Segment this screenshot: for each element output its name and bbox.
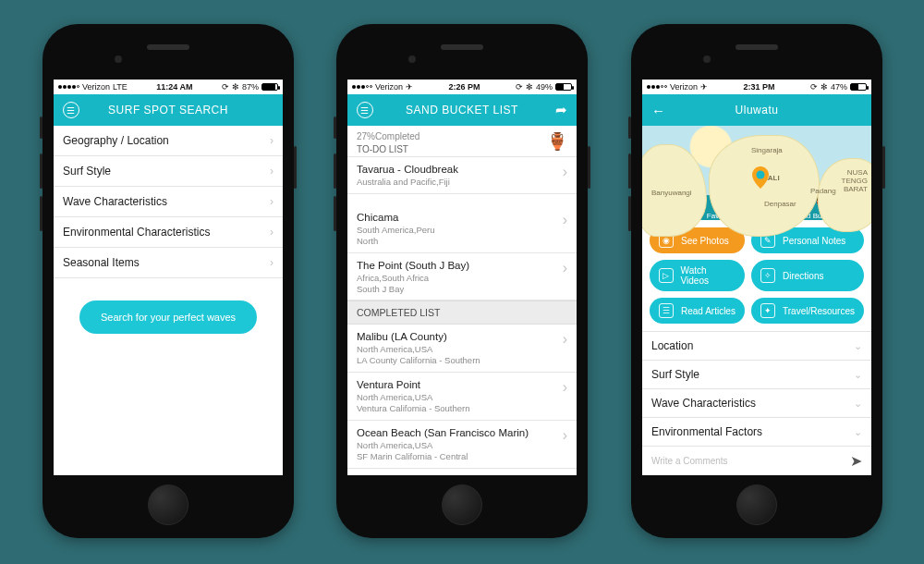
pill-label: Travel/Resources — [783, 306, 855, 316]
carrier-label: Verizon — [670, 82, 698, 92]
map-label: NUSA TENGG BARAT — [823, 168, 868, 193]
screen-1: Verizon LTE 11:24 AM ⟳✻ 87% ☰ SURF SPOT … — [54, 80, 283, 475]
chevron-right-icon: › — [270, 226, 274, 239]
detail-accordion: Location ⌄ Surf Style ⌄ Wave Characteris… — [642, 331, 871, 447]
spot-meta: North America,USA — [357, 344, 480, 355]
accordion-row-wave[interactable]: Wave Characteristics ⌄ — [642, 389, 871, 418]
accordion-row-surf-style[interactable]: Surf Style ⌄ — [642, 361, 871, 389]
spot-meta: North America,USA — [357, 392, 470, 403]
chevron-right-icon: › — [270, 195, 274, 208]
filter-label: Wave Characteristics — [63, 195, 167, 208]
spot-name: Malibu (LA County) — [357, 331, 480, 342]
article-icon: ☰ — [659, 303, 674, 318]
completed-item[interactable]: Ocean Beach (San Francisco Marin) North … — [347, 421, 577, 469]
status-bar: Verizon ✈ 2:26 PM ⟳✻ 49% — [347, 80, 577, 94]
battery-icon — [555, 83, 572, 91]
completed-item[interactable]: Malibu (LA County) North America,USA LA … — [347, 325, 577, 373]
svg-point-0 — [757, 170, 765, 178]
pill-label: Watch Videos — [681, 265, 736, 286]
filter-list: Geography / Location › Surf Style › Wave… — [54, 126, 283, 475]
battery-percent: 47% — [831, 82, 847, 92]
navbar: ☰ SURF SPOT SEARCH — [54, 94, 283, 126]
nav-share-button[interactable]: ➦ — [546, 94, 578, 126]
accordion-label: Wave Characteristics — [651, 397, 756, 410]
status-time: 2:26 PM — [449, 82, 480, 92]
chevron-down-icon: ⌄ — [854, 369, 862, 381]
status-time: 2:31 PM — [744, 82, 775, 92]
filter-row-geography[interactable]: Geography / Location › — [54, 126, 283, 156]
filter-row-environmental[interactable]: Environmental Characteristics › — [54, 217, 283, 248]
comment-input-row: Write a Comments ➤ — [642, 447, 871, 475]
carrier-label: Verizon — [82, 82, 110, 92]
completed-label: COMPLETED LIST — [347, 300, 577, 325]
chevron-right-icon: › — [563, 212, 567, 228]
chevron-right-icon: › — [270, 256, 274, 269]
pill-label: Read Articles — [681, 306, 736, 316]
phone-frame-1: Verizon LTE 11:24 AM ⟳✻ 87% ☰ SURF SPOT … — [43, 24, 294, 538]
pill-directions[interactable]: ✧ Directions — [751, 260, 864, 291]
filter-row-surf-style[interactable]: Surf Style › — [54, 156, 283, 187]
status-bar: Verizon LTE 11:24 AM ⟳✻ 87% — [54, 80, 283, 94]
spot-meta: North America,USA — [357, 440, 529, 451]
accordion-label: Environmental Factors — [651, 425, 762, 438]
pill-label: Directions — [783, 271, 823, 281]
accordion-label: Location — [651, 339, 693, 352]
accordion-row-environmental[interactable]: Environmental Factors ⌄ — [642, 418, 871, 447]
chevron-right-icon: › — [270, 134, 274, 147]
phone-frame-2: Verizon ✈ 2:26 PM ⟳✻ 49% ☰ SAND BUCKET L… — [336, 24, 588, 538]
map-label: Singaraja — [751, 146, 783, 154]
pill-watch-videos[interactable]: ▷ Watch Videos — [650, 260, 745, 291]
spot-name: Tavarua - Cloudbreak — [357, 164, 458, 175]
accordion-row-location[interactable]: Location ⌄ — [642, 332, 871, 361]
map-label: Denpasar — [764, 200, 796, 208]
todo-item[interactable]: The Point (South J Bay) Africa,South Afr… — [347, 253, 577, 301]
nav-menu-button[interactable]: ☰ — [347, 94, 383, 126]
map-pin-icon — [752, 166, 769, 189]
action-grid: ◉ See Photos ✎ Personal Notes ▷ Watch Vi… — [642, 220, 871, 331]
page-title: SURF SPOT SEARCH — [108, 104, 228, 116]
nav-back-button[interactable]: ← — [642, 94, 675, 126]
pill-label: See Photos — [681, 236, 729, 246]
filter-row-wave-characteristics[interactable]: Wave Characteristics › — [54, 187, 283, 217]
map-label: Banyuwangi — [651, 189, 692, 197]
video-icon: ▷ — [659, 268, 674, 283]
bucket-list-body: 27%Completed TO-DO LIST 🏺 Tavarua - Clou… — [347, 126, 577, 475]
spot-detail-body: Banyuwangi Singaraja BALI Denpasar Padan… — [642, 126, 871, 475]
send-icon[interactable]: ➤ — [850, 452, 862, 470]
chevron-right-icon: › — [563, 260, 567, 276]
spot-meta: South America,Peru — [357, 225, 435, 236]
nav-menu-button[interactable]: ☰ — [54, 94, 89, 126]
pill-label: Personal Notes — [783, 236, 845, 246]
chevron-right-icon: › — [563, 331, 567, 348]
navbar: ☰ SAND BUCKET LIST ➦ — [347, 94, 577, 126]
screen-2: Verizon ✈ 2:26 PM ⟳✻ 49% ☰ SAND BUCKET L… — [347, 80, 577, 475]
search-button[interactable]: Search for your perfect waves — [79, 300, 257, 334]
phone-frame-3: Verizon ✈ 2:31 PM ⟳✻ 47% ← Uluwatu Banyu… — [631, 24, 882, 538]
spot-name: Chicama — [357, 212, 435, 223]
spot-meta: North — [357, 236, 435, 247]
search-button-label: Search for your perfect waves — [101, 312, 236, 323]
battery-icon — [261, 83, 278, 91]
filter-row-seasonal[interactable]: Seasonal Items › — [54, 248, 283, 278]
filter-label: Seasonal Items — [63, 256, 140, 269]
map-view[interactable]: Banyuwangi Singaraja BALI Denpasar Padan… — [642, 126, 871, 195]
chevron-right-icon: › — [270, 165, 274, 178]
page-title: SAND BUCKET LIST — [406, 104, 518, 116]
menu-icon: ☰ — [63, 102, 79, 118]
network-label: LTE — [113, 82, 128, 92]
completed-item[interactable]: Ventura Point North America,USA Ventura … — [347, 373, 577, 421]
todo-item[interactable]: Tavarua - Cloudbreak Australia and Pacif… — [347, 157, 577, 194]
spot-name: Ventura Point — [357, 379, 470, 390]
chevron-right-icon: › — [563, 427, 567, 444]
todo-item[interactable]: Chicama South America,Peru North › — [347, 205, 577, 253]
spot-meta: Ventura California - Southern — [357, 403, 470, 414]
todo-label: TO-DO LIST — [357, 141, 419, 154]
status-time: 11:24 AM — [156, 82, 192, 92]
page-title: Uluwatu — [736, 104, 779, 116]
status-bar: Verizon ✈ 2:31 PM ⟳✻ 47% — [642, 80, 871, 94]
directions-icon: ✧ — [760, 268, 775, 283]
battery-percent: 49% — [536, 82, 553, 92]
comment-input[interactable]: Write a Comments — [651, 456, 850, 466]
pill-travel-resources[interactable]: ✦ Travel/Resources — [751, 298, 864, 324]
pill-read-articles[interactable]: ☰ Read Articles — [650, 298, 745, 324]
